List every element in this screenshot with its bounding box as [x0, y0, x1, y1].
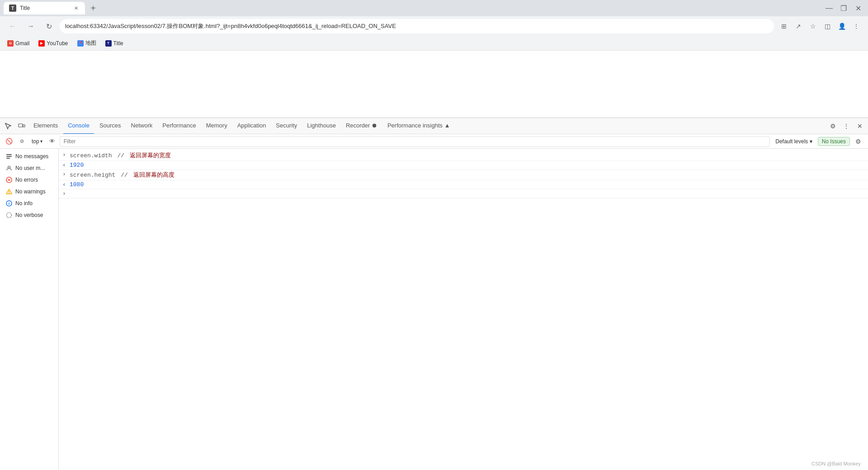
code-comment-separator-1: //	[117, 152, 124, 159]
tab-memory[interactable]: Memory	[202, 118, 232, 134]
restore-button[interactable]: ❐	[837, 2, 850, 14]
address-input[interactable]	[60, 19, 774, 33]
settings-button[interactable]: ⚙	[826, 120, 839, 132]
address-bar: ← → ↻ ⊞ ↗ ☆ ◫ 👤 ⋮	[0, 16, 868, 36]
errors-label: No errors	[15, 177, 38, 183]
tab-performance-insights[interactable]: Performance insights ▲	[383, 118, 455, 134]
console-body: No messages No user m...	[0, 149, 868, 470]
window-controls: — ❐ ✕	[823, 2, 868, 14]
info-label: No info	[15, 200, 33, 207]
tab-security[interactable]: Security	[271, 118, 302, 134]
code-screen-width: screen.width	[70, 152, 115, 159]
svg-point-14	[7, 213, 12, 218]
youtube-favicon: ▶	[38, 40, 45, 47]
no-issues-badge[interactable]: No Issues	[818, 137, 850, 146]
expand-arrow-5[interactable]: ›	[62, 190, 68, 197]
reload-button[interactable]: ↻	[42, 19, 56, 33]
translate-button[interactable]: ⊞	[778, 20, 790, 33]
sidebar-toggle-button[interactable]: ◫	[821, 20, 834, 33]
result-1920: 1920	[70, 162, 84, 169]
tab-sources[interactable]: Sources	[95, 118, 126, 134]
back-button[interactable]: ←	[5, 19, 20, 33]
profile-button[interactable]: 👤	[835, 20, 848, 33]
svg-rect-3	[6, 156, 12, 157]
new-tab-button[interactable]: +	[87, 2, 99, 14]
tab-bar: T Title ✕ + — ❐ ✕	[0, 0, 868, 16]
result-1080: 1080	[70, 181, 84, 188]
minimize-button[interactable]: —	[823, 2, 835, 14]
svg-point-10	[9, 193, 9, 193]
messages-icon	[5, 153, 13, 160]
toolbar-actions: ⚙ ⋮ ✕	[826, 120, 866, 132]
messages-label: No messages	[15, 153, 48, 160]
clear-console-button[interactable]: 🚫	[4, 136, 14, 147]
console-line-1-content: screen.width // 返回屏幕的宽度	[70, 151, 171, 160]
forward-button[interactable]: →	[24, 19, 38, 33]
tab-console[interactable]: Console	[63, 118, 94, 134]
address-bar-actions: ⊞ ↗ ☆ ◫ 👤 ⋮	[778, 20, 863, 33]
close-button[interactable]: ✕	[852, 2, 864, 14]
tab-elements[interactable]: Elements	[29, 118, 62, 134]
console-line-1: › screen.width // 返回屏幕的宽度	[59, 150, 868, 161]
tab-network[interactable]: Network	[127, 118, 157, 134]
context-selector[interactable]: top ▾	[29, 137, 45, 146]
sidebar-item-warnings[interactable]: No warnings	[2, 186, 57, 197]
bookmark-maps[interactable]: 📍 地图	[74, 38, 100, 48]
bookmark-button[interactable]: ☆	[807, 20, 819, 33]
sidebar-item-messages[interactable]: No messages	[2, 151, 57, 162]
code-screen-height: screen.height	[70, 172, 119, 179]
sidebar-item-errors[interactable]: No errors	[2, 174, 57, 185]
console-sidebar: No messages No user m...	[0, 149, 59, 470]
expand-arrow-3[interactable]: ›	[62, 171, 68, 178]
inspect-element-button[interactable]	[2, 120, 14, 132]
browser-chrome: T Title ✕ + — ❐ ✕ ← → ↻ ⊞ ↗ ☆ ◫ 👤 ⋮	[0, 0, 868, 51]
verbose-icon	[5, 212, 13, 219]
sidebar-item-verbose[interactable]: No verbose	[2, 210, 57, 221]
console-line-4-content: 1080	[70, 181, 84, 188]
console-line-2-content: 1920	[70, 162, 84, 169]
bookmark-title[interactable]: T Title	[102, 39, 127, 47]
tab-performance[interactable]: Performance	[158, 118, 200, 134]
tab-application[interactable]: Application	[233, 118, 271, 134]
sidebar-item-user[interactable]: No user m...	[2, 163, 57, 174]
info-icon	[5, 200, 13, 207]
console-line-3-content: screen.height // 返回屏幕的高度	[70, 171, 175, 179]
watermark: CSDN @Bald Monkey	[811, 461, 861, 466]
bookmark-youtube-label: YouTube	[47, 40, 68, 47]
active-tab[interactable]: T Title ✕	[4, 2, 85, 14]
device-toolbar-button[interactable]	[15, 120, 28, 132]
console-line-5: ›	[59, 189, 868, 198]
tab-favicon: T	[9, 5, 16, 12]
sidebar-item-info[interactable]: No info	[2, 198, 57, 209]
gmail-favicon: G	[7, 40, 14, 47]
tab-close-button[interactable]: ✕	[72, 5, 80, 12]
eye-button[interactable]: 👁	[47, 136, 58, 147]
context-dropdown-icon: ▾	[40, 139, 42, 144]
console-line-3: › screen.height // 返回屏幕的高度	[59, 170, 868, 180]
code-comment-separator-2: //	[121, 172, 128, 179]
svg-point-13	[9, 202, 9, 202]
expand-arrow-1[interactable]: ›	[62, 151, 68, 158]
result-arrow-2: ‹	[62, 181, 68, 188]
default-levels-button[interactable]: Default levels ▾	[772, 137, 816, 146]
warnings-label: No warnings	[15, 188, 46, 195]
filter-toggle-button[interactable]: ⊘	[16, 136, 27, 147]
filter-input[interactable]	[60, 136, 770, 147]
console-settings-button[interactable]: ⚙	[852, 135, 864, 148]
console-output: › screen.width // 返回屏幕的宽度 ‹ 1920 › scree…	[59, 149, 868, 470]
tab-lighthouse[interactable]: Lighthouse	[302, 118, 340, 134]
tab-recorder[interactable]: Recorder ⏺	[341, 118, 382, 134]
user-label: No user m...	[15, 165, 45, 171]
bookmark-youtube[interactable]: ▶ YouTube	[35, 39, 71, 47]
close-devtools-button[interactable]: ✕	[854, 120, 866, 132]
bookmarks-bar: G Gmail ▶ YouTube 📍 地图 T Title	[0, 36, 868, 51]
user-icon	[5, 164, 13, 172]
menu-button[interactable]: ⋮	[850, 20, 863, 33]
bookmark-title-label: Title	[113, 40, 123, 47]
devtools-panel: Elements Console Sources Network Perform…	[0, 118, 868, 470]
devtools-toolbar: Elements Console Sources Network Perform…	[0, 118, 868, 134]
bookmark-gmail[interactable]: G Gmail	[4, 39, 33, 47]
more-tools-button[interactable]: ⋮	[840, 120, 853, 132]
share-button[interactable]: ↗	[792, 20, 805, 33]
page-content	[0, 51, 868, 118]
